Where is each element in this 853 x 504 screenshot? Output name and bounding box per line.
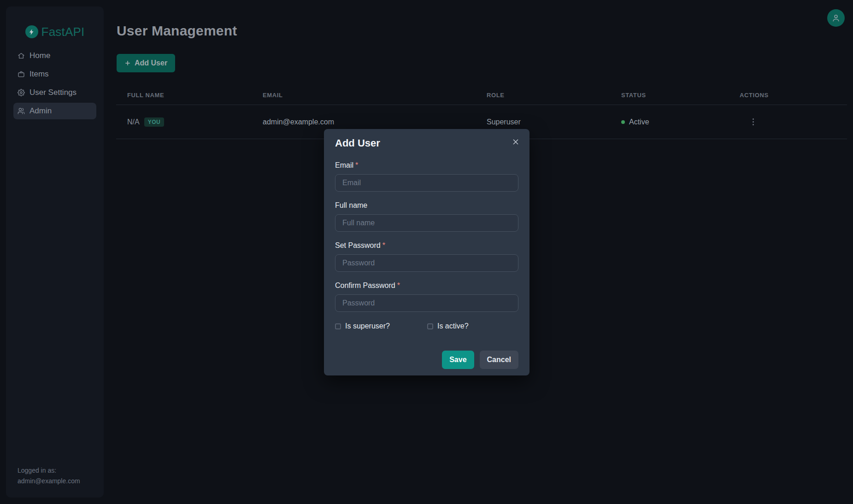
fastapi-bolt-icon: [25, 25, 38, 38]
sidebar-item-label: Items: [29, 70, 49, 79]
column-header-actions: ACTIONS: [740, 92, 847, 99]
full-name-field[interactable]: [335, 214, 518, 232]
checkbox-icon: [427, 323, 433, 329]
is-active-checkbox[interactable]: Is active?: [427, 322, 469, 330]
row-actions-kebab-icon[interactable]: [748, 116, 758, 128]
sidebar-item-label: Home: [29, 51, 50, 60]
logged-in-label: Logged in as:: [18, 465, 80, 476]
modal-checkbox-row: Is superuser? Is active?: [335, 322, 518, 331]
modal-actions: Save Cancel: [335, 351, 518, 369]
you-badge: YOU: [144, 117, 165, 127]
cell-status: Active: [621, 118, 740, 126]
required-marker: *: [355, 161, 358, 169]
plus-icon: [124, 60, 131, 66]
checkbox-icon: [335, 323, 341, 329]
set-password-label: Set Password*: [335, 241, 518, 250]
full-name-label: Full name: [335, 201, 518, 210]
save-button[interactable]: Save: [442, 351, 474, 369]
column-header-full-name: FULL NAME: [127, 92, 263, 99]
required-marker: *: [382, 241, 385, 249]
is-active-label: Is active?: [437, 322, 469, 330]
email-label: Email*: [335, 161, 518, 170]
sidebar: FastAPI Home Items User Settings: [6, 6, 104, 498]
is-superuser-checkbox[interactable]: Is superuser?: [335, 322, 390, 330]
full-name-value: N/A: [127, 118, 140, 126]
sidebar-item-label: User Settings: [29, 88, 76, 97]
status-value: Active: [629, 118, 649, 126]
column-header-email: EMAIL: [263, 92, 487, 99]
sidebar-item-user-settings[interactable]: User Settings: [13, 83, 96, 102]
gear-icon: [18, 89, 25, 96]
briefcase-icon: [18, 70, 25, 78]
brand-name: FastAPI: [41, 25, 85, 39]
email-field[interactable]: [335, 174, 518, 192]
column-header-status: STATUS: [621, 92, 740, 99]
modal-title: Add User: [335, 137, 518, 149]
cell-email: admin@example.com: [263, 118, 487, 126]
page-title: User Management: [117, 23, 237, 39]
user-menu-avatar[interactable]: [827, 9, 845, 27]
add-user-modal: Add User Email* Full name Set Password* …: [324, 129, 529, 375]
person-icon: [831, 13, 841, 23]
cell-role: Superuser: [487, 118, 621, 126]
home-icon: [18, 52, 25, 59]
screen: FastAPI Home Items User Settings: [0, 0, 853, 504]
cell-actions: [740, 116, 847, 128]
table-header-row: FULL NAME EMAIL ROLE STATUS ACTIONS: [116, 86, 847, 105]
logged-in-info: Logged in as: admin@example.com: [18, 465, 80, 486]
brand-logo[interactable]: FastAPI: [6, 24, 104, 40]
sidebar-item-items[interactable]: Items: [13, 65, 96, 83]
add-user-button[interactable]: Add User: [117, 54, 175, 72]
is-superuser-label: Is superuser?: [345, 322, 390, 330]
logged-in-email: admin@example.com: [18, 476, 80, 486]
sidebar-item-label: Admin: [29, 106, 52, 116]
add-user-button-label: Add User: [135, 59, 167, 67]
sidebar-item-home[interactable]: Home: [13, 47, 96, 65]
cancel-button[interactable]: Cancel: [480, 351, 518, 369]
confirm-password-label: Confirm Password*: [335, 281, 518, 290]
sidebar-nav: Home Items User Settings Admin: [13, 47, 96, 120]
set-password-field[interactable]: [335, 254, 518, 272]
close-icon[interactable]: [510, 136, 521, 147]
confirm-password-field[interactable]: [335, 294, 518, 312]
required-marker: *: [397, 281, 400, 289]
column-header-role: ROLE: [487, 92, 621, 99]
cell-full-name: N/A YOU: [127, 117, 263, 127]
sidebar-item-admin[interactable]: Admin: [13, 103, 96, 119]
status-dot-icon: [621, 120, 625, 124]
users-icon: [18, 107, 25, 115]
